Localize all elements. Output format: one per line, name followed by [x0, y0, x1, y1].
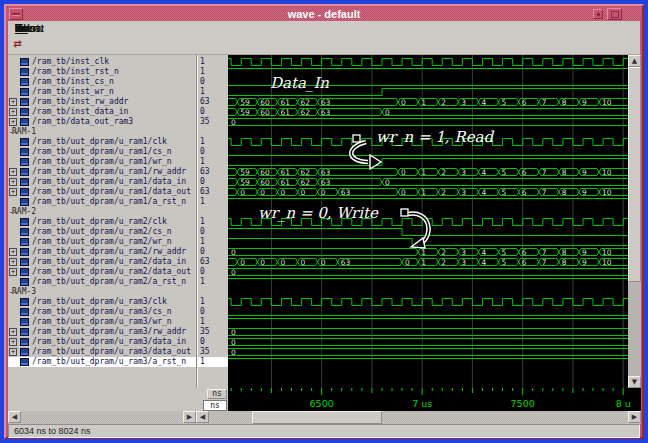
svg-text:2: 2	[441, 258, 446, 267]
expander-icon[interactable]: +	[9, 108, 17, 116]
signal-row[interactable]: /ram_tb/uut_dpram/u_ram1/a_rst_n1	[8, 197, 228, 207]
signal-row[interactable]: /ram_tb/uut_dpram/u_ram2/cs_n0	[8, 227, 228, 237]
signal-row[interactable]: +/ram_tb/uut_dpram/u_ram1/rw_addr63	[8, 167, 228, 177]
signal-row[interactable]: +/ram_tb/uut_dpram/u_ram2/data_in63	[8, 257, 228, 267]
expander-icon[interactable]: +	[9, 168, 17, 176]
svg-text:0: 0	[280, 258, 285, 267]
wave-scroll-left-arrow[interactable]: ◀	[196, 411, 209, 423]
svg-text:0: 0	[240, 188, 245, 197]
minimize-button[interactable]	[593, 9, 603, 19]
svg-text:61: 61	[280, 178, 290, 187]
wave-annotation-text: Data_In	[270, 74, 329, 92]
signal-wave-icon	[20, 248, 29, 256]
svg-text:3: 3	[461, 98, 466, 107]
name-value-splitter[interactable]	[196, 55, 198, 388]
names-scroll-left-arrow[interactable]: ◀	[8, 411, 21, 423]
signal-wave-icon	[20, 88, 29, 96]
signal-value: 1	[200, 277, 205, 287]
signal-name: /ram_tb/uut_dpram/u_ram3/data_in	[32, 337, 186, 347]
wave-scroll-thumb[interactable]	[252, 411, 382, 424]
signal-row[interactable]: +/ram_tb/inst_data_in0	[8, 107, 228, 117]
signal-row[interactable]: /ram_tb/uut_dpram/u_ram2/clk1	[8, 217, 228, 227]
svg-text:0: 0	[405, 258, 410, 267]
signal-row[interactable]: /ram_tb/inst_rst_n1	[8, 67, 228, 77]
signal-row[interactable]: /ram_tb/uut_dpram/u_ram2/a_rst_n1	[8, 277, 228, 287]
signal-value: 1	[200, 137, 205, 147]
signal-row[interactable]: /ram_tb/uut_dpram/u_ram1/cs_n0	[8, 147, 228, 157]
vertical-scroll-thumb[interactable]	[628, 67, 641, 282]
group-divider: RAM-2	[8, 207, 228, 217]
maximize-button[interactable]	[607, 8, 622, 20]
svg-text:7: 7	[542, 98, 547, 107]
expander-icon[interactable]: +	[9, 178, 17, 186]
svg-text:0: 0	[231, 338, 236, 347]
signal-wave-icon	[20, 308, 29, 316]
scroll-up-arrow[interactable]: ▲	[628, 55, 641, 67]
expander-icon[interactable]: +	[9, 118, 17, 126]
svg-text:60: 60	[260, 168, 270, 177]
signal-row[interactable]: /ram_tb/uut_dpram/u_ram1/wr_n1	[8, 157, 228, 167]
signal-name: /ram_tb/uut_dpram/u_ram3/a_rst_n	[32, 357, 186, 367]
signal-row[interactable]: /ram_tb/uut_dpram/u_ram1/clk1	[8, 137, 228, 147]
svg-text:0: 0	[231, 268, 236, 277]
signal-name: /ram_tb/uut_dpram/u_ram3/data_out	[32, 347, 191, 357]
svg-text:0: 0	[385, 178, 390, 187]
svg-text:9: 9	[582, 258, 587, 267]
signal-row[interactable]: +/ram_tb/uut_dpram/u_ram1/data_in0	[8, 177, 228, 187]
svg-text:9: 9	[582, 98, 587, 107]
svg-text:10: 10	[602, 248, 612, 257]
title-bar[interactable]: wave - default	[7, 7, 641, 21]
expander-icon[interactable]: +	[9, 188, 17, 196]
svg-text:0: 0	[401, 168, 406, 177]
expander-icon[interactable]: +	[9, 258, 17, 266]
svg-text:62: 62	[301, 108, 311, 117]
signal-row[interactable]: /ram_tb/uut_dpram/u_ram3/cs_n0	[8, 307, 228, 317]
signal-row[interactable]: /ram_tb/uut_dpram/u_ram3/wr_n1	[8, 317, 228, 327]
signal-row[interactable]: +/ram_tb/data_out_ram335	[8, 117, 228, 127]
signal-row[interactable]: +/ram_tb/uut_dpram/u_ram2/rw_addr0	[8, 247, 228, 257]
svg-text:0: 0	[385, 108, 390, 117]
wave-vertical-scrollbar[interactable]: ▲ ▼	[628, 55, 641, 388]
signal-row[interactable]: /ram_tb/inst_clk1	[8, 57, 228, 67]
signal-value: 63	[200, 257, 210, 267]
signal-row[interactable]: +/ram_tb/uut_dpram/u_ram2/data_out0	[8, 267, 228, 277]
expander-icon[interactable]: +	[9, 338, 17, 346]
signal-row[interactable]: /ram_tb/uut_dpram/u_ram2/wr_n1	[8, 237, 228, 247]
menu-window[interactable]: Window	[8, 21, 51, 36]
signal-names-panel[interactable]: /ram_tb/inst_clk1/ram_tb/inst_rst_n1/ram…	[8, 55, 228, 388]
divider-label: RAM-2	[10, 207, 38, 217]
signal-row[interactable]: /ram_tb/uut_dpram/u_ram3/clk1	[8, 297, 228, 307]
signal-row[interactable]: /ram_tb/inst_wr_n1	[8, 87, 228, 97]
signal-wave-icon	[20, 258, 29, 266]
svg-text:9: 9	[582, 188, 587, 197]
svg-text:8: 8	[562, 98, 567, 107]
svg-text:5: 5	[502, 98, 507, 107]
svg-text:5: 5	[502, 188, 507, 197]
scroll-down-arrow[interactable]: ▼	[628, 376, 641, 388]
signal-row[interactable]: +/ram_tb/uut_dpram/u_ram1/data_out63	[8, 187, 228, 197]
break-icon[interactable]: ⇄	[9, 37, 26, 52]
status-bar: 6034 ns to 8024 ns	[8, 424, 640, 438]
wave-scroll-right-arrow[interactable]: ▶	[628, 411, 641, 423]
expander-icon[interactable]: +	[9, 98, 17, 106]
svg-text:1: 1	[421, 168, 426, 177]
names-horizontal-scrollbar[interactable]: ◀ ▶	[8, 411, 196, 424]
signal-row[interactable]: +/ram_tb/inst_rw_addr63	[8, 97, 228, 107]
signal-row[interactable]: +/ram_tb/uut_dpram/u_ram3/data_out35	[8, 347, 228, 357]
wave-horizontal-scrollbar[interactable]: ◀ ▶	[196, 411, 641, 424]
signal-row[interactable]: +/ram_tb/uut_dpram/u_ram3/rw_addr35	[8, 327, 228, 337]
signal-row[interactable]: +/ram_tb/uut_dpram/u_ram3/data_in0	[8, 337, 228, 347]
expander-icon[interactable]: +	[9, 268, 17, 276]
expander-icon[interactable]: +	[9, 348, 17, 356]
expander-icon[interactable]: +	[9, 248, 17, 256]
signal-row[interactable]: /ram_tb/uut_dpram/u_ram3/a_rst_n1	[8, 357, 228, 367]
expander-icon[interactable]: +	[9, 328, 17, 336]
svg-text:6500: 6500	[310, 398, 334, 409]
time-ruler[interactable]: 65007 us75008 u	[228, 388, 641, 411]
time-unit-field[interactable]: ns	[203, 400, 227, 411]
signal-rows: /ram_tb/inst_clk1/ram_tb/inst_rst_n1/ram…	[8, 57, 228, 369]
svg-text:10: 10	[602, 258, 612, 267]
names-scroll-right-arrow[interactable]: ▶	[183, 411, 196, 423]
divider-label: RAM-3	[10, 287, 38, 297]
signal-row[interactable]: /ram_tb/inst_cs_n0	[8, 77, 228, 87]
